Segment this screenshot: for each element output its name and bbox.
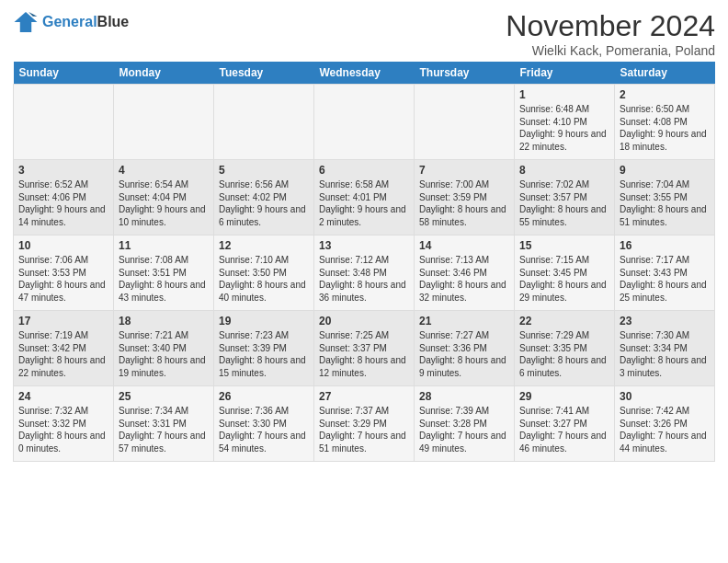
day-number: 7 <box>419 164 509 177</box>
day-number: 29 <box>519 390 609 403</box>
day-info: Sunset: 3:57 PM <box>519 191 609 204</box>
day-info: Sunset: 3:27 PM <box>519 418 609 431</box>
logo: GeneralBlue <box>13 9 129 35</box>
day-info: Sunrise: 6:54 AM <box>119 178 209 191</box>
day-info: Sunrise: 6:52 AM <box>18 178 108 191</box>
header-tuesday: Tuesday <box>214 62 314 85</box>
day-info: Sunset: 3:31 PM <box>119 418 209 431</box>
day-number: 26 <box>219 390 309 403</box>
day-info: Sunrise: 7:12 AM <box>319 254 409 267</box>
day-info: Sunrise: 7:29 AM <box>519 329 609 342</box>
day-info: Sunrise: 7:06 AM <box>18 254 108 267</box>
table-row: 1Sunrise: 6:48 AMSunset: 4:10 PMDaylight… <box>515 85 615 160</box>
table-row: 19Sunrise: 7:23 AMSunset: 3:39 PMDayligh… <box>214 311 314 386</box>
header-friday: Friday <box>515 62 615 85</box>
day-number: 22 <box>519 315 609 327</box>
day-number: 8 <box>519 164 609 177</box>
table-row: 2Sunrise: 6:50 AMSunset: 4:08 PMDaylight… <box>615 85 715 160</box>
table-row: 20Sunrise: 7:25 AMSunset: 3:37 PMDayligh… <box>314 311 415 386</box>
table-row: 14Sunrise: 7:13 AMSunset: 3:46 PMDayligh… <box>415 236 515 311</box>
table-row: 9Sunrise: 7:04 AMSunset: 3:55 PMDaylight… <box>615 160 715 236</box>
day-info: Sunrise: 7:21 AM <box>119 329 209 342</box>
logo-text: GeneralBlue <box>42 14 129 30</box>
calendar-week-row: 17Sunrise: 7:19 AMSunset: 3:42 PMDayligh… <box>14 311 715 386</box>
table-row: 24Sunrise: 7:32 AMSunset: 3:32 PMDayligh… <box>14 386 114 462</box>
day-info: Daylight: 9 hours and 2 minutes. <box>319 203 409 228</box>
day-info: Sunrise: 7:30 AM <box>620 329 710 342</box>
day-info: Sunset: 4:06 PM <box>18 191 108 204</box>
table-row <box>415 85 515 160</box>
day-info: Sunset: 4:02 PM <box>219 191 309 204</box>
table-row: 13Sunrise: 7:12 AMSunset: 3:48 PMDayligh… <box>314 236 415 311</box>
day-info: Sunset: 3:37 PM <box>319 342 409 355</box>
table-row: 10Sunrise: 7:06 AMSunset: 3:53 PMDayligh… <box>14 236 114 311</box>
table-row: 5Sunrise: 6:56 AMSunset: 4:02 PMDaylight… <box>214 160 314 236</box>
day-info: Sunrise: 6:50 AM <box>620 103 710 116</box>
table-row: 27Sunrise: 7:37 AMSunset: 3:29 PMDayligh… <box>314 386 415 462</box>
day-info: Sunrise: 7:39 AM <box>419 405 509 418</box>
day-info: Daylight: 8 hours and 3 minutes. <box>620 354 710 379</box>
day-info: Sunset: 3:45 PM <box>519 267 609 280</box>
day-info: Daylight: 9 hours and 22 minutes. <box>519 128 609 153</box>
day-info: Daylight: 7 hours and 51 minutes. <box>319 430 409 454</box>
day-info: Sunrise: 7:15 AM <box>519 254 609 267</box>
day-info: Sunrise: 7:25 AM <box>319 329 409 342</box>
day-info: Sunrise: 7:34 AM <box>119 405 209 418</box>
table-row: 7Sunrise: 7:00 AMSunset: 3:59 PMDaylight… <box>415 160 515 236</box>
day-info: Sunset: 4:10 PM <box>519 116 609 129</box>
day-info: Daylight: 7 hours and 57 minutes. <box>119 430 209 454</box>
table-row: 28Sunrise: 7:39 AMSunset: 3:28 PMDayligh… <box>415 386 515 462</box>
day-info: Daylight: 8 hours and 43 minutes. <box>119 279 209 304</box>
day-info: Daylight: 7 hours and 46 minutes. <box>519 430 609 454</box>
day-info: Daylight: 9 hours and 10 minutes. <box>119 203 209 228</box>
day-info: Sunrise: 7:36 AM <box>219 405 309 418</box>
day-info: Daylight: 8 hours and 22 minutes. <box>18 354 108 379</box>
title-block: November 2024 Wielki Kack, Pomerania, Po… <box>506 9 715 58</box>
day-info: Daylight: 8 hours and 51 minutes. <box>620 203 710 228</box>
day-number: 2 <box>620 88 710 101</box>
calendar-week-row: 24Sunrise: 7:32 AMSunset: 3:32 PMDayligh… <box>14 386 715 462</box>
table-row: 26Sunrise: 7:36 AMSunset: 3:30 PMDayligh… <box>214 386 314 462</box>
day-number: 30 <box>620 390 710 403</box>
day-number: 28 <box>419 390 509 403</box>
day-number: 23 <box>620 315 710 327</box>
table-row: 11Sunrise: 7:08 AMSunset: 3:51 PMDayligh… <box>114 236 214 311</box>
day-info: Sunset: 3:48 PM <box>319 267 409 280</box>
day-number: 15 <box>519 239 609 252</box>
day-info: Daylight: 8 hours and 36 minutes. <box>319 279 409 304</box>
day-number: 19 <box>219 315 309 327</box>
day-info: Sunrise: 7:00 AM <box>419 178 509 191</box>
day-info: Daylight: 8 hours and 19 minutes. <box>119 354 209 379</box>
header-sunday: Sunday <box>14 62 114 85</box>
day-info: Daylight: 7 hours and 54 minutes. <box>219 430 309 454</box>
day-info: Sunset: 4:04 PM <box>119 191 209 204</box>
day-info: Sunset: 3:36 PM <box>419 342 509 355</box>
table-row: 23Sunrise: 7:30 AMSunset: 3:34 PMDayligh… <box>615 311 715 386</box>
day-info: Sunrise: 6:56 AM <box>219 178 309 191</box>
day-info: Daylight: 8 hours and 6 minutes. <box>519 354 609 379</box>
day-number: 5 <box>219 164 309 177</box>
day-info: Sunrise: 7:42 AM <box>620 405 710 418</box>
table-row: 18Sunrise: 7:21 AMSunset: 3:40 PMDayligh… <box>114 311 214 386</box>
day-info: Sunset: 3:26 PM <box>620 418 710 431</box>
table-row: 6Sunrise: 6:58 AMSunset: 4:01 PMDaylight… <box>314 160 415 236</box>
day-number: 4 <box>119 164 209 177</box>
day-number: 27 <box>319 390 409 403</box>
day-info: Sunset: 3:35 PM <box>519 342 609 355</box>
header-thursday: Thursday <box>415 62 515 85</box>
day-info: Sunset: 3:40 PM <box>119 342 209 355</box>
day-info: Daylight: 8 hours and 58 minutes. <box>419 203 509 228</box>
day-number: 24 <box>18 390 108 403</box>
day-number: 16 <box>620 239 710 252</box>
day-info: Sunset: 4:08 PM <box>620 116 710 129</box>
table-row: 8Sunrise: 7:02 AMSunset: 3:57 PMDaylight… <box>515 160 615 236</box>
calendar-header-row: Sunday Monday Tuesday Wednesday Thursday… <box>14 62 715 85</box>
header-monday: Monday <box>114 62 214 85</box>
day-info: Sunrise: 7:19 AM <box>18 329 108 342</box>
day-info: Sunrise: 7:10 AM <box>219 254 309 267</box>
table-row: 29Sunrise: 7:41 AMSunset: 3:27 PMDayligh… <box>515 386 615 462</box>
day-number: 17 <box>18 315 108 327</box>
day-number: 9 <box>620 164 710 177</box>
day-info: Daylight: 9 hours and 6 minutes. <box>219 203 309 228</box>
day-info: Daylight: 8 hours and 55 minutes. <box>519 203 609 228</box>
